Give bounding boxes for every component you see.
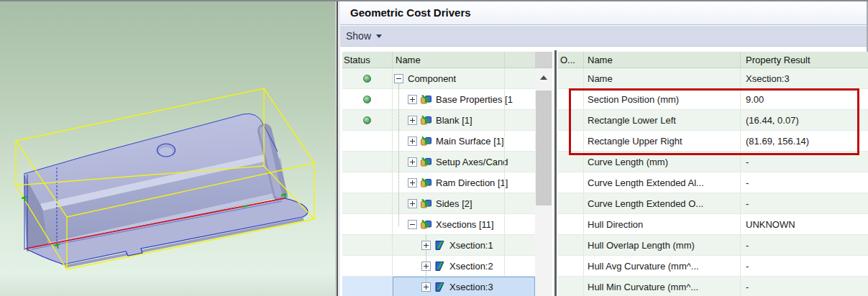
tree-body: ComponentBase Properties [1Blank [1]Main… bbox=[342, 68, 535, 296]
tree-row[interactable]: Xsection:2 bbox=[342, 256, 535, 277]
property-result-cell: (16.44, 0.07) bbox=[741, 110, 868, 130]
properties-header-result: Property Result bbox=[741, 52, 868, 68]
tree-name-cell: Component bbox=[393, 68, 535, 88]
property-row[interactable]: Hull Min Curvature (mm^...- bbox=[558, 277, 868, 296]
property-row[interactable]: Hull DirectionUNKNOWN bbox=[558, 214, 868, 235]
window-top-border bbox=[0, 0, 868, 1]
collapse-toggle-icon[interactable] bbox=[408, 220, 417, 229]
viewport-3d[interactable] bbox=[0, 0, 335, 296]
tree-row[interactable]: Sides [2] bbox=[342, 193, 535, 214]
property-row[interactable]: Curve Length (mm)- bbox=[558, 152, 868, 172]
panel-toolbar: Show bbox=[340, 26, 867, 47]
properties-body: NameXsection:3Section Position (mm)9.00R… bbox=[558, 68, 868, 296]
expand-toggle-icon[interactable] bbox=[408, 95, 417, 104]
tree-name-cell: Xsection:2 bbox=[393, 256, 535, 276]
tree-node-label: Xsection:2 bbox=[449, 261, 493, 272]
cost-driver-group-icon bbox=[421, 157, 431, 167]
scrollbar-thumb[interactable] bbox=[536, 91, 552, 205]
status-cell bbox=[342, 68, 393, 88]
property-name-cell: Rectangle Upper Right bbox=[584, 131, 741, 151]
tree-row[interactable]: Base Properties [1 bbox=[342, 89, 535, 110]
tree-name-cell: Base Properties [1 bbox=[393, 89, 535, 109]
property-o-cell bbox=[558, 110, 584, 130]
expand-toggle-icon[interactable] bbox=[408, 178, 417, 188]
expand-toggle-icon[interactable] bbox=[421, 262, 431, 271]
part-hole bbox=[157, 144, 175, 157]
tree-scrollbar[interactable] bbox=[535, 52, 552, 296]
property-o-cell bbox=[558, 214, 584, 234]
property-name-cell: Curve Length Extended O... bbox=[584, 193, 741, 213]
property-row[interactable]: Hull Avg Curvature (mm^...- bbox=[558, 256, 868, 277]
properties-header-row: O... Name Property Result bbox=[558, 52, 868, 68]
property-name-cell: Hull Min Curvature (mm^... bbox=[584, 277, 741, 296]
property-result-cell: - bbox=[741, 277, 868, 296]
status-cell bbox=[342, 277, 393, 296]
cost-driver-group-icon bbox=[421, 219, 431, 230]
cost-driver-group-icon bbox=[421, 94, 431, 105]
cost-driver-tree: Status Name ComponentBase Properties [1B… bbox=[342, 52, 535, 296]
property-o-cell bbox=[558, 193, 584, 213]
property-row[interactable]: Rectangle Upper Right(81.69, 156.14) bbox=[558, 131, 868, 152]
tree-node-label: Blank [1] bbox=[436, 115, 472, 126]
tree-row[interactable]: Component bbox=[342, 68, 535, 89]
expand-toggle-icon[interactable] bbox=[408, 137, 417, 146]
property-name-cell: Name bbox=[584, 68, 741, 88]
show-dropdown-button[interactable]: Show bbox=[340, 30, 382, 42]
property-row[interactable]: Rectangle Lower Left(16.44, 0.07) bbox=[558, 110, 868, 131]
tree-header-name: Name bbox=[393, 52, 535, 68]
tree-node-label: Base Properties [1 bbox=[436, 94, 513, 105]
panel-title: Geometric Cost Drivers bbox=[340, 1, 867, 24]
property-name-cell: Curve Length (mm) bbox=[584, 152, 741, 172]
expand-toggle-icon[interactable] bbox=[421, 241, 431, 250]
status-ok-dot bbox=[363, 96, 371, 103]
tree-node-label: Xsection:1 bbox=[449, 240, 493, 251]
part-model bbox=[24, 114, 308, 267]
status-cell bbox=[342, 235, 393, 255]
property-result-cell: Xsection:3 bbox=[741, 68, 868, 88]
xsection-icon bbox=[434, 282, 445, 292]
tree-name-cell: Blank [1] bbox=[393, 110, 535, 130]
property-row[interactable]: Hull Overlap Length (mm)- bbox=[558, 235, 868, 256]
tree-row[interactable]: Blank [1] bbox=[342, 110, 535, 131]
cost-driver-group-icon bbox=[421, 136, 431, 147]
tree-node-label: Sides [2] bbox=[436, 198, 472, 209]
property-row[interactable]: Curve Length Extended O...- bbox=[558, 193, 868, 214]
xsection-icon bbox=[434, 240, 445, 251]
property-o-cell bbox=[558, 277, 584, 296]
expand-toggle-icon[interactable] bbox=[408, 116, 417, 125]
property-name-cell: Hull Overlap Length (mm) bbox=[584, 235, 741, 255]
status-cell bbox=[342, 256, 393, 276]
status-cell bbox=[342, 131, 393, 151]
property-result-cell: - bbox=[741, 152, 868, 172]
collapse-toggle-icon[interactable] bbox=[394, 74, 403, 83]
cost-driver-group-icon bbox=[421, 198, 431, 209]
property-name-cell: Hull Avg Curvature (mm^... bbox=[584, 256, 741, 276]
tree-row[interactable]: Xsections [11] bbox=[342, 214, 535, 235]
tree-node-label: Xsections [11] bbox=[436, 219, 494, 230]
geometric-cost-drivers-panel: Geometric Cost Drivers Show Status Name … bbox=[340, 0, 868, 296]
tree-name-cell: Main Surface [1] bbox=[393, 131, 535, 151]
status-cell bbox=[342, 214, 393, 234]
viewport-panel-splitter[interactable] bbox=[335, 0, 340, 296]
status-cell bbox=[342, 193, 393, 213]
property-row[interactable]: Curve Length Extended Al...- bbox=[558, 172, 868, 193]
tree-row[interactable]: Main Surface [1] bbox=[342, 131, 535, 152]
tree-row[interactable]: Xsection:1 bbox=[342, 235, 535, 256]
scroll-up-button[interactable] bbox=[535, 70, 552, 85]
property-o-cell bbox=[558, 256, 584, 276]
property-o-cell bbox=[558, 89, 584, 109]
tree-row[interactable]: Setup Axes/Cand bbox=[342, 152, 535, 172]
show-label: Show bbox=[346, 30, 371, 42]
property-result-cell: - bbox=[741, 235, 868, 255]
tree-row[interactable]: Ram Direction [1] bbox=[342, 172, 535, 193]
tree-row[interactable]: Xsection:3 bbox=[342, 277, 535, 296]
property-result-cell: - bbox=[741, 193, 868, 213]
property-row[interactable]: Section Position (mm)9.00 bbox=[558, 89, 868, 110]
property-result-cell: - bbox=[741, 256, 868, 276]
expand-toggle-icon[interactable] bbox=[408, 157, 417, 167]
expand-toggle-icon[interactable] bbox=[408, 199, 417, 208]
property-row[interactable]: NameXsection:3 bbox=[558, 68, 868, 89]
expand-toggle-icon[interactable] bbox=[421, 282, 431, 292]
tree-name-cell: Setup Axes/Cand bbox=[393, 152, 535, 172]
status-cell bbox=[342, 172, 393, 193]
